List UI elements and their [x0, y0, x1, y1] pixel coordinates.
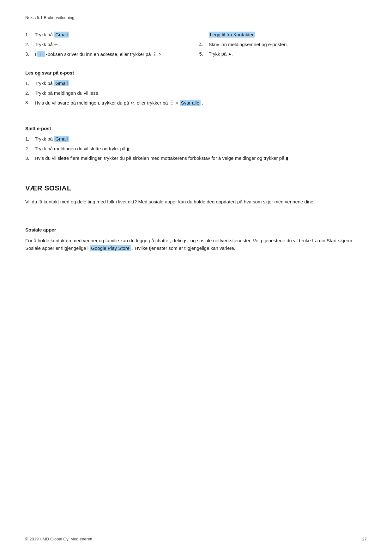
gmail-highlight: Gmail [54, 80, 69, 86]
list-item: Legg til fra Kontakter . [199, 31, 367, 39]
delete-list: 1. Trykk på Gmail . 2. Trykk på meldinge… [25, 135, 367, 162]
more-icon [169, 100, 174, 105]
list-content: Trykk på meldingen du vil lese. [35, 90, 100, 97]
list-number: 4. [199, 41, 206, 48]
list-number: 1. [25, 31, 32, 39]
social-apps-text: For å holde kontakten med venner og fami… [25, 237, 367, 252]
header-title: Nokia 5.1 Brukerveiledning [25, 15, 74, 20]
list-number [199, 31, 206, 39]
list-number: 1. [25, 135, 32, 143]
section-title-read: Les og svar på e-post [25, 70, 367, 75]
list-item: 1. Trykk på Gmail . [25, 80, 367, 87]
reply-icon [130, 100, 134, 105]
left-list: 1. Trykk på Gmail . 2. Trykk på . 3. I T… [25, 31, 187, 58]
page: Nokia 5.1 Brukerveiledning 1. Trykk på G… [0, 0, 392, 554]
list-number: 5. [199, 51, 206, 58]
page-number: 27 [362, 537, 367, 541]
list-content: Trykk på meldingen du vil slette og tryk… [35, 145, 132, 153]
list-item: 4. Skriv inn meldingsemnet og e-posten. [199, 41, 367, 48]
delete-email-section: Slett e-post 1. Trykk på Gmail . 2. Tryk… [25, 126, 367, 162]
list-number: 1. [25, 80, 32, 87]
list-content: Hvis du vil svare på meldingen, trykker … [35, 99, 203, 107]
list-content: Trykk på Gmail . [35, 135, 72, 143]
col-right: Legg til fra Kontakter . 4. Skriv inn me… [196, 31, 367, 61]
list-item: 3. I Til -boksen skriver du inn en adres… [25, 51, 187, 58]
list-number: 3. [25, 51, 32, 58]
more-icon [152, 51, 157, 57]
read-reply-section: Les og svar på e-post 1. Trykk på Gmail … [25, 70, 367, 107]
trash-icon [127, 146, 129, 151]
list-number: 2. [25, 41, 32, 48]
list-content: Trykk på Gmail . [35, 31, 72, 39]
page-footer: © 2019 HMD Global Oy. Med enerett. 27 [25, 537, 367, 541]
list-number: 2. [25, 90, 32, 97]
social-title: VÆR SOSIAL [25, 184, 367, 192]
til-highlight: Til [37, 51, 45, 57]
list-content: Trykk på . [35, 41, 60, 48]
list-item: 3. Hvis du vil slette flere meldinger, t… [25, 155, 367, 162]
email-compose-section: 1. Trykk på Gmail . 2. Trykk på . 3. I T… [25, 31, 367, 61]
send-icon [228, 51, 232, 57]
list-content: Legg til fra Kontakter . [209, 31, 258, 39]
social-apps-title: Sosiale apper [25, 227, 367, 232]
list-item: 2. Trykk på . [25, 41, 187, 48]
list-content: Hvis du vil slette flere meldinger, tryk… [35, 155, 291, 162]
social-section: VÆR SOSIAL Vil du få kontakt med og dele… [25, 184, 367, 252]
section-title-delete: Slett e-post [25, 126, 367, 131]
right-list: Legg til fra Kontakter . 4. Skriv inn me… [199, 31, 367, 58]
read-reply-list: 1. Trykk på Gmail . 2. Trykk på meldinge… [25, 80, 367, 107]
gmail-highlight: Gmail [54, 136, 69, 142]
trash-icon [286, 155, 288, 161]
gmail-highlight: Gmail [54, 32, 69, 38]
list-number: 3. [25, 155, 32, 162]
list-content: Trykk på Gmail . [35, 80, 72, 87]
list-item: 1. Trykk på Gmail . [25, 135, 367, 143]
legg-til-highlight: Legg til fra Kontakter [209, 32, 255, 38]
col-left: 1. Trykk på Gmail . 2. Trykk på . 3. I T… [25, 31, 196, 61]
page-header: Nokia 5.1 Brukerveiledning [25, 15, 367, 20]
pencil-icon [54, 42, 58, 47]
list-item: 1. Trykk på Gmail . [25, 31, 187, 39]
list-item: 2. Trykk på meldingen du vil slette og t… [25, 145, 367, 153]
copyright: © 2019 HMD Global Oy. Med enerett. [25, 537, 93, 541]
social-intro: Vil du få kontakt med og dele ting med f… [25, 198, 367, 206]
svar-alle-highlight: Svar alle [180, 100, 201, 106]
list-item: 2. Trykk på meldingen du vil lese. [25, 90, 367, 97]
list-number: 2. [25, 145, 32, 153]
list-item: 3. Hvis du vil svare på meldingen, trykk… [25, 99, 367, 107]
list-item: 5. Trykk på . [199, 51, 367, 58]
list-number: 3. [25, 99, 32, 107]
list-content: I Til -boksen skriver du inn en adresse,… [35, 51, 161, 58]
list-content: Skriv inn meldingsemnet og e-posten. [209, 41, 288, 48]
list-content: Trykk på . [209, 51, 233, 58]
google-play-highlight: Google Play Store [90, 245, 131, 251]
